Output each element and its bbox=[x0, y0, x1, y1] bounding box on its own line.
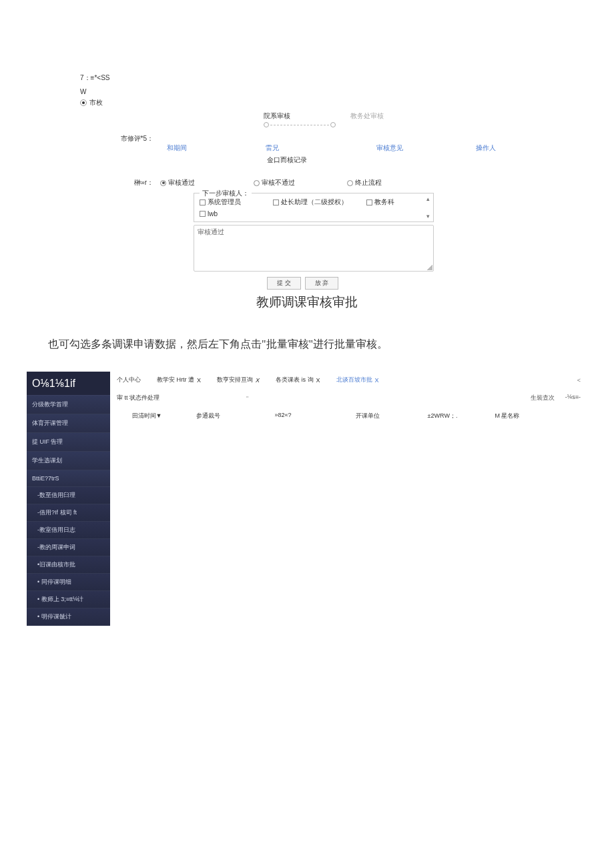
progress-line bbox=[264, 122, 534, 127]
sidebar-sub-1[interactable]: -数至借用臼理 bbox=[27, 487, 110, 504]
decision-stop[interactable]: 终止流程 bbox=[347, 178, 434, 187]
radio-icon bbox=[254, 180, 260, 186]
sidebar-item-1[interactable]: 分级教学首理 bbox=[27, 396, 110, 414]
submit-button[interactable]: 提 交 bbox=[267, 277, 301, 290]
tab-batch-approval[interactable]: 北谈百坡市批X bbox=[336, 376, 379, 384]
close-icon[interactable]: X bbox=[375, 377, 379, 384]
col-3: »82«? bbox=[240, 412, 326, 420]
tab-teaching-channel[interactable]: 教学安 Hrtr 遭X bbox=[157, 376, 201, 384]
col-department: 开课单位 bbox=[328, 412, 408, 420]
review-history-label: 市修评*5： bbox=[80, 134, 160, 143]
description-text: 也可勾选多条调课申请数据，然后左下角点击"批量审核"进行批量审核。 bbox=[27, 338, 587, 352]
reviewer-lwb[interactable]: lwb bbox=[200, 210, 273, 218]
radio-icon bbox=[347, 180, 353, 186]
progress-step-2: 教务处审核 bbox=[350, 111, 384, 121]
col-name: M 星名称 bbox=[477, 412, 537, 420]
sidebar-sub-2[interactable]: -借用?If 核司 ft bbox=[27, 504, 110, 522]
page-title: 教师调课审核审批 bbox=[80, 294, 534, 311]
radio-icon bbox=[80, 99, 87, 106]
header-operator: 操作人 bbox=[476, 143, 534, 153]
checkbox-icon bbox=[200, 199, 206, 205]
reviewer-office[interactable]: 教务科 bbox=[366, 197, 420, 207]
tab-timetable-query[interactable]: 各类课表 is 询X bbox=[276, 376, 320, 384]
col-5: ±2WRW；. bbox=[409, 412, 476, 420]
text-line-1: 7：≡*<SS bbox=[80, 73, 534, 83]
progress-step-1: 院系审核 bbox=[264, 111, 290, 121]
header-situation: 雷兄 bbox=[266, 143, 376, 153]
status-label: 审 tt 状态件处理 bbox=[117, 394, 160, 402]
sidebar-item-3[interactable]: 提 UIF 告理 bbox=[27, 433, 110, 452]
table-header: 田清时间▼ 参通裁号 »82«? 开课单位 ±2WRW；. M 星名称 bbox=[117, 412, 581, 420]
scroll-down-icon[interactable]: ▾ bbox=[424, 213, 432, 220]
review-table-header: 和期间 雷兄 审核意见 操作人 bbox=[167, 143, 534, 153]
main-content: 个人中心 教学安 Hrtr 遭X 数亨安排亘询X 各类课表 is 询X 北谈百坡… bbox=[110, 372, 587, 626]
checkbox-icon bbox=[366, 199, 372, 205]
sidebar: O⅛1⅛1if 分级教学首理 体育开课管理 提 UIF 告理 学生选课划 Btt… bbox=[27, 372, 110, 626]
sidebar-item-5[interactable]: BttiE?7trS bbox=[27, 470, 110, 487]
tab-schedule-query[interactable]: 数亨安排亘询X bbox=[217, 376, 260, 384]
comment-textarea[interactable]: 审核通过 bbox=[194, 225, 434, 272]
header-time: 和期间 bbox=[167, 143, 266, 153]
sidebar-item-4[interactable]: 学生选课划 bbox=[27, 452, 110, 470]
sidebar-sub-8[interactable]: • 明停课骴计 bbox=[27, 608, 110, 626]
step-dot-icon bbox=[264, 122, 269, 127]
status-row: 审 tt 状态件处理 " 生裝查次 -¼s≡- bbox=[117, 394, 581, 402]
app-shell: O⅛1⅛1if 分级教学首理 体育开课管理 提 UIF 告理 学生选课划 Btt… bbox=[27, 372, 587, 626]
decision-stop-label: 终止流程 bbox=[355, 178, 382, 187]
dash-line-icon bbox=[270, 125, 329, 125]
decision-pass[interactable]: 审核通过 bbox=[160, 178, 247, 187]
next-reviewer-fieldset: 下一步审核人： ▴ ▾ 系统管理员 处长助理（二级授权） 教务科 lwb bbox=[194, 193, 434, 222]
scroll-up-icon[interactable]: ▴ bbox=[424, 195, 432, 202]
resize-handle-icon[interactable] bbox=[427, 265, 432, 270]
radio-option-1[interactable]: 市枚 bbox=[80, 98, 534, 107]
reset-button[interactable]: 放 弃 bbox=[305, 277, 339, 290]
tab-scroll-left-icon[interactable]: < bbox=[577, 377, 581, 384]
textarea-value: 审核通过 bbox=[198, 228, 224, 236]
tabs-bar: 个人中心 教学安 Hrtr 遭X 数亨安排亘询X 各类课表 is 询X 北谈百坡… bbox=[117, 376, 581, 384]
checkbox-icon bbox=[273, 199, 279, 205]
sidebar-sub-5[interactable]: •旧课由核市批 bbox=[27, 556, 110, 574]
sidebar-sub-6[interactable]: • 同停课明细 bbox=[27, 574, 110, 591]
decision-fail-label: 审核不通过 bbox=[262, 178, 295, 187]
action-query[interactable]: 生裝查次 bbox=[531, 394, 555, 402]
step-dot-icon bbox=[330, 122, 336, 127]
radio-icon bbox=[160, 180, 166, 186]
close-icon[interactable]: X bbox=[197, 377, 201, 384]
sidebar-sub-4[interactable]: -教的周课申词 bbox=[27, 539, 110, 556]
decision-pass-label: 审核通过 bbox=[168, 178, 195, 187]
progress-steps: 院系审核 教务处审核 bbox=[264, 111, 534, 121]
status-quote: " bbox=[246, 395, 248, 402]
no-records-text: 金口而核记录 bbox=[267, 155, 534, 165]
tab-personal[interactable]: 个人中心 bbox=[117, 376, 141, 384]
col-apply-time[interactable]: 田清时间▼ bbox=[117, 412, 177, 420]
sidebar-sub-3[interactable]: -教室借用日志 bbox=[27, 522, 110, 539]
action-more[interactable]: -¼s≡- bbox=[565, 394, 581, 402]
sidebar-sub-7[interactable]: • 教师上 3;≡tt¼计 bbox=[27, 591, 110, 608]
header-opinion: 审核意见 bbox=[376, 143, 475, 153]
reviewer-director[interactable]: 处长助理（二级授权） bbox=[273, 197, 366, 207]
text-line-2: W bbox=[80, 88, 534, 95]
decision-label: 榊»r： bbox=[80, 178, 160, 187]
sidebar-logo: O⅛1⅛1if bbox=[27, 372, 110, 396]
close-icon[interactable]: X bbox=[316, 377, 320, 384]
radio-label: 市枚 bbox=[89, 98, 103, 107]
checkbox-icon bbox=[200, 211, 206, 217]
reviewer-sysadmin[interactable]: 系统管理员 bbox=[200, 197, 273, 207]
col-course-number: 参通裁号 bbox=[178, 412, 238, 420]
decision-fail[interactable]: 审核不通过 bbox=[254, 178, 340, 187]
sidebar-item-2[interactable]: 体育开课管理 bbox=[27, 414, 110, 433]
fieldset-title: 下一步审核人： bbox=[200, 189, 252, 198]
close-icon[interactable]: X bbox=[256, 377, 260, 384]
